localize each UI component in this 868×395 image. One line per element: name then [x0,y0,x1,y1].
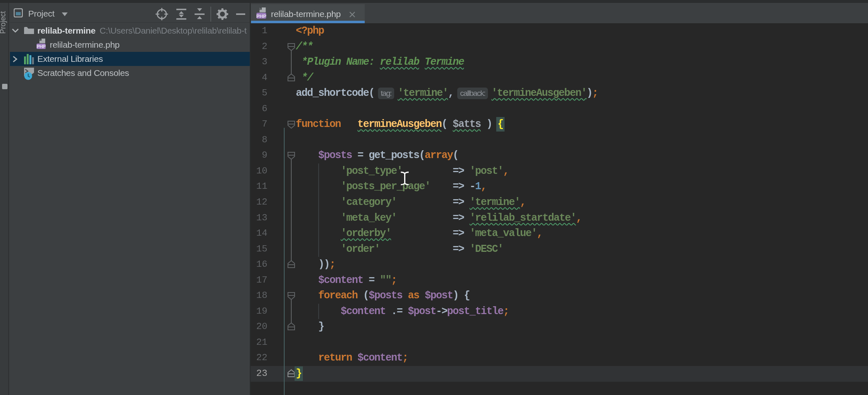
svg-text:PHP: PHP [37,44,46,49]
svg-text:PHP: PHP [256,13,266,19]
